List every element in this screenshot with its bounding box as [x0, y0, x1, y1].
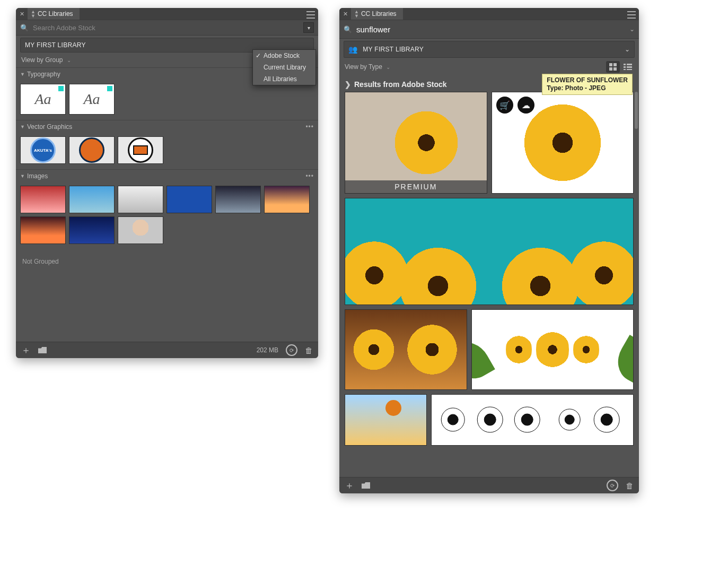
panel-menu-icon[interactable] — [627, 10, 636, 20]
image-asset[interactable] — [118, 186, 163, 213]
section-header-vector[interactable]: ▼ Vector Graphics ••• — [16, 120, 318, 133]
svg-point-9 — [601, 414, 612, 425]
disclosure-triangle-icon: ▼ — [20, 173, 25, 179]
add-content-button[interactable]: ＋ — [345, 482, 354, 489]
view-mode-button[interactable]: View by Group ⌄ — [21, 56, 71, 64]
vector-asset[interactable] — [69, 136, 115, 164]
view-mode-label: View by Group — [21, 56, 63, 64]
type-swatch[interactable]: Aa — [20, 84, 66, 115]
panel-titlebar: ✕ ▲▼ CC Libraries — [339, 8, 639, 20]
stock-result-tile[interactable] — [471, 309, 634, 390]
sync-icon[interactable]: ⟳ — [286, 344, 297, 356]
panel-titlebar: ✕ ▲▼ CC Libraries — [16, 8, 318, 20]
chevron-down-icon: ⌄ — [67, 57, 71, 63]
chevron-down-icon: ⌄ — [625, 46, 630, 53]
list-icon — [624, 64, 632, 70]
storage-size-label: 202 MB — [257, 346, 278, 354]
search-input[interactable] — [355, 24, 626, 34]
stock-result-tile[interactable] — [431, 394, 634, 446]
dropdown-item-current-library[interactable]: Current Library — [253, 62, 315, 73]
stock-result-tile[interactable] — [345, 198, 634, 305]
library-selector[interactable]: 👥 MY FIRST LIBRARY ⌄ — [344, 41, 635, 58]
license-button[interactable]: 🛒 — [496, 97, 513, 114]
trash-icon[interactable]: 🗑 — [305, 346, 313, 355]
stock-result-tile[interactable]: PREMIUM — [345, 92, 487, 194]
section-header-images[interactable]: ▼ Images ••• — [16, 169, 318, 182]
disclosure-triangle-icon: ▼ — [20, 124, 25, 129]
library-selector-label: MY FIRST LIBRARY — [363, 46, 424, 53]
close-icon[interactable]: ✕ — [19, 11, 24, 16]
view-mode-label: View by Type — [345, 63, 382, 71]
panel-menu-icon[interactable] — [306, 10, 315, 20]
dropdown-item-adobe-stock[interactable]: Adobe Stock — [253, 50, 315, 62]
tooltip-subtitle: Type: Photo - JPEG — [547, 84, 628, 92]
chevron-right-icon: ❯ — [345, 80, 351, 89]
search-input[interactable] — [32, 23, 300, 32]
new-group-button[interactable] — [38, 347, 47, 353]
image-asset[interactable] — [69, 186, 115, 213]
stock-result-tile[interactable]: 🛒 ☁ — [492, 92, 634, 194]
panel-footer: ＋ 202 MB ⟳ 🗑 — [16, 342, 318, 358]
search-row: 🔍 ▾ — [16, 20, 318, 36]
svg-point-7 — [565, 415, 574, 424]
view-mode-row: View by Type ⌄ — [339, 58, 639, 76]
search-scope-dropdown-button[interactable]: ▾ — [303, 22, 314, 33]
shared-library-icon: 👥 — [348, 45, 357, 54]
panel-footer: ＋ ⟳ 🗑 — [339, 477, 639, 493]
disclosure-triangle-icon: ▼ — [20, 72, 25, 77]
dropdown-item-all-libraries[interactable]: All Libraries — [253, 73, 315, 85]
image-asset[interactable] — [264, 186, 310, 213]
tab-grip-icon: ▲▼ — [31, 10, 36, 18]
section-body-typography: Aa Aa — [16, 81, 318, 120]
image-asset[interactable] — [20, 186, 66, 213]
results-header[interactable]: ❯ Results from Adobe Stock FLOWER OF SUN… — [339, 76, 639, 92]
chevron-down-icon[interactable]: ⌄ — [629, 25, 635, 33]
stock-result-tile[interactable] — [345, 309, 467, 390]
vector-asset[interactable]: AKUTA's — [20, 136, 66, 164]
library-selector-label: MY FIRST LIBRARY — [25, 41, 86, 49]
add-content-button[interactable]: ＋ — [21, 346, 31, 354]
image-asset[interactable] — [118, 216, 163, 244]
results-header-label: Results from Adobe Stock — [354, 80, 447, 89]
view-grid-button[interactable] — [606, 61, 620, 73]
premium-badge: PREMIUM — [345, 180, 487, 193]
section-title: Typography — [27, 71, 60, 78]
image-asset[interactable] — [166, 186, 212, 213]
cc-libraries-panel-right: ✕ ▲▼ CC Libraries 🔍 ⌄ 👥 MY FIRST LIBRARY… — [339, 8, 639, 493]
vector-asset[interactable] — [118, 136, 163, 164]
svg-point-5 — [521, 414, 533, 425]
panel-tab[interactable]: ▲▼ CC Libraries — [351, 8, 403, 20]
section-body-vector: AKUTA's — [16, 133, 318, 169]
grid-icon — [609, 63, 617, 71]
search-icon: 🔍 — [20, 24, 29, 32]
svg-point-3 — [484, 414, 496, 425]
scrollbar[interactable] — [635, 92, 638, 129]
svg-point-1 — [448, 414, 458, 425]
not-grouped-label: Not Grouped — [16, 249, 318, 274]
type-swatch[interactable]: Aa — [69, 84, 115, 115]
panel-tab-label: CC Libraries — [38, 10, 73, 18]
panel-tab-label: CC Libraries — [361, 10, 397, 18]
image-asset[interactable] — [20, 216, 66, 244]
view-mode-button[interactable]: View by Type ⌄ — [345, 63, 390, 71]
image-asset[interactable] — [69, 216, 115, 244]
image-asset[interactable] — [215, 186, 261, 213]
search-icon: 🔍 — [344, 25, 352, 33]
trash-icon[interactable]: 🗑 — [626, 481, 634, 490]
panel-tab[interactable]: ▲▼ CC Libraries — [28, 8, 80, 20]
section-menu-icon[interactable]: ••• — [305, 172, 314, 180]
stock-result-tile[interactable] — [345, 394, 427, 446]
tab-grip-icon: ▲▼ — [354, 10, 359, 18]
section-title: Vector Graphics — [27, 123, 72, 131]
section-menu-icon[interactable]: ••• — [305, 123, 314, 131]
new-group-button[interactable] — [362, 482, 370, 489]
chevron-down-icon: ⌄ — [386, 64, 390, 70]
close-icon[interactable]: ✕ — [343, 11, 348, 16]
view-list-button[interactable] — [621, 61, 635, 73]
tooltip-title: FLOWER OF SUNFLOWER — [547, 76, 628, 84]
section-title: Images — [27, 172, 48, 180]
results-area: PREMIUM 🛒 ☁ — [339, 92, 639, 477]
sync-icon[interactable]: ⟳ — [607, 480, 618, 491]
asset-tooltip: FLOWER OF SUNFLOWER Type: Photo - JPEG — [542, 74, 633, 95]
cc-libraries-panel-left: ✕ ▲▼ CC Libraries 🔍 ▾ MY FIRST LIBRARY V… — [16, 8, 318, 358]
